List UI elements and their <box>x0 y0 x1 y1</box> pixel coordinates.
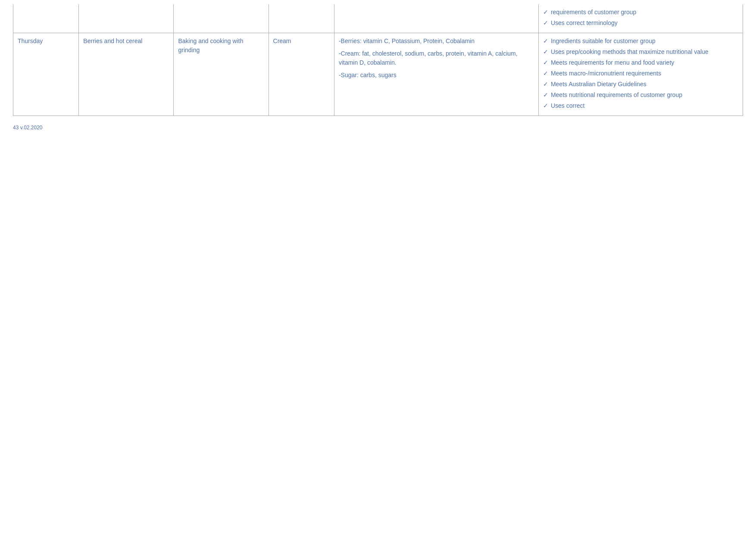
method-text: Baking and cooking with grinding <box>178 38 243 53</box>
check-icon: ✓ <box>543 58 548 67</box>
criteria-text: Uses correct <box>551 102 585 109</box>
check-icon: ✓ <box>543 101 548 110</box>
check-icon: ✓ <box>543 69 548 78</box>
criteria-text: Uses prep/cooking methods that maximize … <box>551 48 709 55</box>
cell-extras-empty <box>269 4 334 33</box>
nutrients-sugar: -Sugar: carbs, sugars <box>339 71 534 80</box>
check-icon: ✓ <box>543 19 548 28</box>
list-item: ✓ Meets Australian Dietary Guidelines <box>543 80 738 89</box>
list-item: ✓ Ingredients suitable for customer grou… <box>543 37 738 46</box>
criteria-text: requirements of customer group <box>551 9 636 16</box>
cell-day-empty <box>13 4 79 33</box>
footer: 43 v.02.2020 <box>13 125 743 131</box>
check-icon: ✓ <box>543 37 548 46</box>
criteria-text: Meets Australian Dietary Guidelines <box>551 81 647 88</box>
criteria-list-thursday: ✓ Ingredients suitable for customer grou… <box>543 37 738 110</box>
cell-ingredients-empty <box>79 4 174 33</box>
main-table: ✓ requirements of customer group ✓ Uses … <box>13 4 743 116</box>
cell-method: Baking and cooking with grinding <box>174 33 269 116</box>
cell-criteria-continuation: ✓ requirements of customer group ✓ Uses … <box>538 4 743 33</box>
nutrients-berries: -Berries: vitamin C, Potassium, Protein,… <box>339 37 534 46</box>
cell-ingredients: Berries and hot cereal <box>79 33 174 116</box>
list-item: ✓ Uses correct terminology <box>543 19 738 28</box>
extras-text: Cream <box>273 38 291 44</box>
check-icon: ✓ <box>543 47 548 56</box>
list-item: ✓ Meets macro-/micronutrient requirement… <box>543 69 738 78</box>
check-icon: ✓ <box>543 80 548 89</box>
criteria-text: Uses correct terminology <box>551 19 618 26</box>
cell-nutrients: -Berries: vitamin C, Potassium, Protein,… <box>334 33 538 116</box>
list-item: ✓ Meets nutritional requirements of cust… <box>543 91 738 100</box>
nutrients-cream: -Cream: fat, cholesterol, sodium, carbs,… <box>339 49 534 67</box>
criteria-list-top: ✓ requirements of customer group ✓ Uses … <box>543 8 738 28</box>
list-item: ✓ Uses prep/cooking methods that maximiz… <box>543 47 738 56</box>
list-item: ✓ Meets requirements for menu and food v… <box>543 58 738 67</box>
criteria-text: Meets nutritional requirements of custom… <box>551 91 682 98</box>
cell-nutrients-empty <box>334 4 538 33</box>
page-wrapper: ✓ requirements of customer group ✓ Uses … <box>0 0 756 144</box>
check-icon: ✓ <box>543 8 548 17</box>
ingredients-text: Berries and hot cereal <box>83 38 142 44</box>
criteria-text: Meets macro-/micronutrient requirements <box>551 70 661 77</box>
cell-criteria-thursday: ✓ Ingredients suitable for customer grou… <box>538 33 743 116</box>
criteria-text: Meets requirements for menu and food var… <box>551 59 674 66</box>
cell-method-empty <box>174 4 269 33</box>
version: v.02.2020 <box>20 125 43 131</box>
cell-day: Thursday <box>13 33 79 116</box>
page-number: 43 <box>13 125 19 131</box>
list-item: ✓ requirements of customer group <box>543 8 738 17</box>
table-row-thursday: Thursday Berries and hot cereal Baking a… <box>13 33 743 116</box>
cell-extras: Cream <box>269 33 334 116</box>
table-row-continuation: ✓ requirements of customer group ✓ Uses … <box>13 4 743 33</box>
criteria-text: Ingredients suitable for customer group <box>551 38 656 44</box>
list-item: ✓ Uses correct <box>543 101 738 110</box>
check-icon: ✓ <box>543 91 548 100</box>
